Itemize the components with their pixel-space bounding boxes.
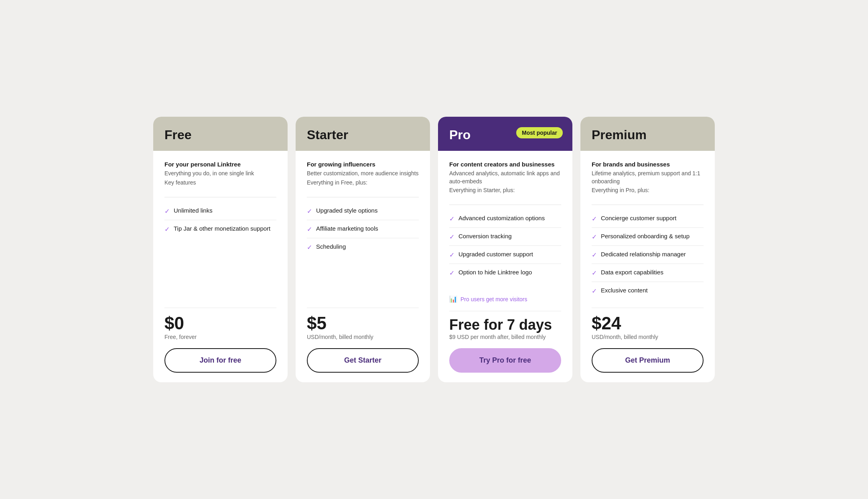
feature-text: Concierge customer support: [601, 215, 676, 221]
feature-item: ✓Concierge customer support: [592, 210, 704, 228]
features-list-premium: ✓Concierge customer support✓Personalized…: [592, 210, 704, 300]
plan-price-sub-pro: $9 USD per month after, billed monthly: [449, 334, 561, 340]
check-icon: ✓: [449, 251, 454, 259]
plan-price-free: $0: [164, 314, 276, 332]
check-icon: ✓: [592, 233, 597, 241]
feature-item: ✓Upgraded style options: [307, 202, 419, 220]
cta-button-premium[interactable]: Get Premium: [592, 348, 704, 373]
plan-header-premium: Premium: [580, 117, 715, 151]
plan-header-starter: Starter: [296, 117, 430, 151]
feature-text: Dedicated relationship manager: [601, 251, 686, 258]
check-icon: ✓: [592, 287, 597, 295]
feature-text: Option to hide Linktree logo: [458, 269, 532, 276]
features-list-pro: ✓Advanced customization options✓Conversi…: [449, 210, 561, 290]
feature-text: Tip Jar & other monetization support: [174, 225, 270, 232]
feature-text: Advanced customization options: [458, 215, 545, 221]
feature-item: ✓Data export capabilities: [592, 264, 704, 282]
plan-pricing-starter: $5USD/month, billed monthlyGet Starter: [307, 308, 419, 373]
plan-title-free: Free: [164, 128, 276, 142]
plan-header-pro: ProMost popular: [438, 117, 572, 151]
check-icon: ✓: [307, 243, 312, 251]
plan-card-starter: StarterFor growing influencersBetter cus…: [296, 117, 430, 383]
plan-features-intro-pro: Everything in Starter, plus:: [449, 187, 561, 193]
check-icon: ✓: [307, 225, 312, 233]
feature-text: Affiliate marketing tools: [316, 225, 378, 232]
feature-text: Upgraded style options: [316, 207, 377, 214]
feature-item: ✓Scheduling: [307, 238, 419, 256]
plan-card-premium: PremiumFor brands and businessesLifetime…: [580, 117, 715, 383]
feature-item: ✓Conversion tracking: [449, 228, 561, 246]
plan-description-pro: For content creators and businesses: [449, 160, 561, 168]
plan-body-pro: For content creators and businessesAdvan…: [438, 151, 572, 383]
check-icon: ✓: [592, 269, 597, 277]
features-list-free: ✓Unlimited links✓Tip Jar & other monetiz…: [164, 202, 276, 300]
plan-price-sub-premium: USD/month, billed monthly: [592, 334, 704, 340]
cta-button-starter[interactable]: Get Starter: [307, 348, 419, 373]
check-icon: ✓: [592, 251, 597, 259]
plan-header-free: Free: [153, 117, 288, 151]
plan-subtitle-starter: Better customization, more audience insi…: [307, 170, 419, 178]
plan-price-sub-starter: USD/month, billed monthly: [307, 334, 419, 340]
plan-price-premium: $24: [592, 314, 704, 332]
feature-item: ✓Dedicated relationship manager: [592, 246, 704, 264]
bar-chart-icon: 📊: [449, 295, 457, 303]
check-icon: ✓: [449, 215, 454, 223]
feature-text: Personalized onboarding & setup: [601, 233, 690, 239]
plan-body-starter: For growing influencersBetter customizat…: [296, 151, 430, 383]
plan-pricing-premium: $24USD/month, billed monthlyGet Premium: [592, 308, 704, 373]
plan-body-premium: For brands and businessesLifetime analyt…: [580, 151, 715, 383]
plan-price-pro: Free for 7 days: [449, 318, 561, 332]
check-icon: ✓: [449, 233, 454, 241]
feature-item: ✓Personalized onboarding & setup: [592, 228, 704, 246]
plan-title-premium: Premium: [592, 128, 704, 142]
feature-item: ✓Affiliate marketing tools: [307, 220, 419, 238]
features-list-starter: ✓Upgraded style options✓Affiliate market…: [307, 202, 419, 300]
pro-visitors-note: 📊Pro users get more visitors: [449, 290, 561, 303]
feature-text: Unlimited links: [174, 207, 213, 214]
feature-item: ✓Upgraded customer support: [449, 246, 561, 264]
cta-button-free[interactable]: Join for free: [164, 348, 276, 373]
plan-subtitle-pro: Advanced analytics, automatic link apps …: [449, 170, 561, 185]
plan-pricing-pro: Free for 7 days$9 USD per month after, b…: [449, 311, 561, 373]
feature-item: ✓Unlimited links: [164, 202, 276, 220]
plan-card-free: FreeFor your personal LinktreeEverything…: [153, 117, 288, 383]
plan-subtitle-premium: Lifetime analytics, premium support and …: [592, 170, 704, 185]
feature-text: Upgraded customer support: [458, 251, 533, 258]
plan-features-intro-premium: Everything in Pro, plus:: [592, 187, 704, 193]
cta-button-pro[interactable]: Try Pro for free: [449, 348, 561, 373]
check-icon: ✓: [164, 207, 170, 215]
feature-item: ✓Advanced customization options: [449, 210, 561, 228]
plan-body-free: For your personal LinktreeEverything you…: [153, 151, 288, 383]
most-popular-badge: Most popular: [516, 127, 563, 138]
check-icon: ✓: [449, 269, 454, 277]
feature-text: Scheduling: [316, 243, 346, 250]
plan-card-pro: ProMost popularFor content creators and …: [438, 117, 572, 383]
pro-visitors-text: Pro users get more visitors: [460, 296, 527, 302]
check-icon: ✓: [592, 215, 597, 223]
pricing-container: FreeFor your personal LinktreeEverything…: [153, 117, 715, 383]
plan-description-starter: For growing influencers: [307, 160, 419, 168]
feature-item: ✓Tip Jar & other monetization support: [164, 220, 276, 238]
feature-item: ✓Exclusive content: [592, 282, 704, 300]
plan-title-starter: Starter: [307, 128, 419, 142]
check-icon: ✓: [307, 207, 312, 215]
plan-subtitle-free: Everything you do, in one single link: [164, 170, 276, 178]
feature-text: Exclusive content: [601, 287, 648, 294]
feature-text: Conversion tracking: [458, 233, 512, 239]
plan-features-intro-starter: Everything in Free, plus:: [307, 179, 419, 186]
feature-item: ✓Option to hide Linktree logo: [449, 264, 561, 282]
plan-description-premium: For brands and businesses: [592, 160, 704, 168]
plan-price-sub-free: Free, forever: [164, 334, 276, 340]
plan-price-starter: $5: [307, 314, 419, 332]
check-icon: ✓: [164, 225, 170, 233]
plan-features-intro-free: Key features: [164, 179, 276, 186]
plan-description-free: For your personal Linktree: [164, 160, 276, 168]
plan-pricing-free: $0Free, foreverJoin for free: [164, 308, 276, 373]
feature-text: Data export capabilities: [601, 269, 663, 276]
